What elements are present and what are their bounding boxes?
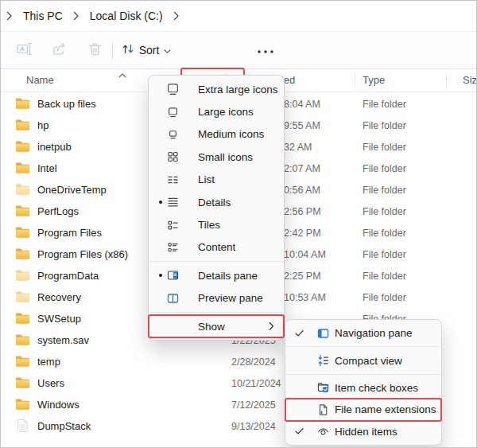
folder-icon [16, 98, 29, 111]
menu-item-extra-large-icons[interactable]: Extra large icons [149, 78, 284, 100]
file-date-modified: 2:42 PM [284, 228, 321, 239]
file-name: inetpub [37, 141, 72, 153]
menu-item-label: Details [198, 197, 231, 208]
menu-separator [149, 312, 283, 313]
folder-icon [16, 248, 29, 262]
menu-item-details[interactable]: Details [149, 191, 284, 213]
menu-item-label: Item check boxes [335, 382, 418, 394]
column-separator[interactable] [355, 72, 355, 88]
menu-item-item-check-boxes[interactable]: Item check boxes [285, 377, 441, 399]
file-type: File folder [363, 228, 406, 239]
menu-item-label: Compact view [335, 355, 402, 367]
column-separator[interactable] [446, 72, 447, 88]
column-header-name[interactable]: Name [26, 74, 54, 86]
delete-button[interactable] [83, 38, 107, 62]
file-type: File folder [363, 271, 406, 282]
file-type: File folder [363, 249, 406, 260]
menu-item-preview-pane[interactable]: Preview pane [149, 287, 284, 310]
menu-item-large-icons[interactable]: Large icons [149, 100, 284, 123]
file-date-modified: 10:53 AM [284, 292, 326, 303]
column-header-type[interactable]: Type [363, 74, 385, 86]
folder-icon [16, 399, 29, 412]
file-name: OneDriveTemp [37, 184, 107, 196]
menu-item-label: Show [198, 321, 225, 333]
chevron-right-icon[interactable] [68, 11, 85, 21]
menu-item-label: Content [198, 241, 235, 253]
menu-item-hidden-items[interactable]: Hidden items [285, 421, 441, 442]
breadcrumb-this-pc[interactable]: This PC [18, 6, 68, 25]
file-type: File folder [363, 142, 406, 153]
preview-pane-icon [166, 291, 180, 305]
compact-view-icon [316, 354, 330, 368]
file-type: File folder [363, 292, 406, 303]
file-explorer-window: This PC Local Disk (C:) Sort View [0, 0, 477, 448]
menu-item-list[interactable]: List [149, 169, 284, 191]
menu-item-label: Hidden items [335, 426, 398, 438]
menu-item-content[interactable]: Content [149, 236, 284, 259]
bullet-icon [158, 195, 163, 207]
column-header-size[interactable]: Size [463, 74, 477, 86]
file-name: Intel [37, 162, 57, 174]
menu-item-label: Navigation pane [335, 327, 413, 339]
command-bar: Sort View [1, 32, 476, 69]
file-name-extensions-icon [316, 403, 330, 416]
bullet-icon [158, 268, 163, 280]
file-date-modified: 10:04 AM [284, 249, 326, 260]
see-more-button[interactable] [252, 38, 279, 62]
menu-item-label: Small icons [198, 151, 253, 163]
file-date-modified: 2:25 PM [284, 271, 321, 282]
rename-button[interactable] [12, 38, 36, 62]
list-view-icon [166, 173, 180, 186]
folder-icon [16, 205, 29, 219]
chevron-right-icon[interactable] [168, 11, 185, 21]
menu-item-medium-icons[interactable]: Medium icons [149, 123, 284, 146]
view-dropdown-menu: Extra large iconsLarge iconsMedium icons… [148, 75, 285, 341]
file-date-modified: 9/13/2024 [231, 421, 276, 432]
chevron-right-icon[interactable] [1, 11, 18, 21]
menu-item-label: Tiles [198, 219, 220, 231]
folder-icon [16, 119, 29, 133]
file-name: ProgramData [37, 270, 99, 282]
ellipsis-icon [257, 43, 274, 57]
content-view-icon [166, 240, 180, 254]
menu-item-navigation-pane[interactable]: Navigation pane [285, 322, 441, 344]
menu-item-compact-view[interactable]: Compact view [285, 349, 441, 371]
menu-item-label: Large icons [198, 106, 254, 118]
folder-icon [16, 356, 29, 369]
menu-separator [149, 261, 283, 262]
file-type: File folder [363, 99, 406, 110]
breadcrumb-local-disk-c[interactable]: Local Disk (C:) [85, 6, 168, 25]
menu-item-small-icons[interactable]: Small icons [149, 146, 284, 168]
menu-item-details-pane[interactable]: Details pane [149, 264, 284, 286]
menu-item-tiles[interactable]: Tiles [149, 213, 284, 236]
menu-item-label: Medium icons [198, 128, 264, 140]
navigation-pane-icon [316, 326, 330, 340]
tiles-view-icon [166, 218, 180, 232]
file-date-modified: 8:04 AM [284, 99, 320, 110]
menu-item-label: List [198, 173, 215, 185]
menu-item-show[interactable]: Show [149, 315, 284, 337]
file-name: hp [37, 119, 48, 131]
hidden-items-icon [316, 425, 330, 438]
folder-icon [16, 184, 29, 197]
share-icon [52, 42, 67, 59]
file-icon [17, 421, 28, 434]
rename-icon [17, 42, 32, 59]
sort-icon [122, 43, 134, 57]
file-date-modified: 7/12/2025 [231, 399, 276, 411]
small-icons-icon [166, 150, 180, 164]
file-name: Program Files (x86) [37, 248, 128, 260]
menu-item-file-name-extensions[interactable]: File name extensions [285, 399, 441, 420]
menu-item-label: Preview pane [198, 292, 263, 304]
folder-icon [16, 377, 29, 391]
menu-item-label: Extra large icons [198, 84, 278, 95]
share-button[interactable] [48, 38, 72, 62]
checkmark-icon [295, 327, 304, 339]
sort-button[interactable]: Sort [120, 38, 173, 62]
file-name: temp [37, 356, 60, 368]
file-name: Recovery [37, 291, 81, 303]
folder-icon [16, 334, 29, 348]
chevron-down-icon [164, 44, 171, 56]
file-name: Back up files [37, 98, 96, 110]
show-submenu: Navigation paneCompact viewItem check bo… [285, 319, 442, 446]
